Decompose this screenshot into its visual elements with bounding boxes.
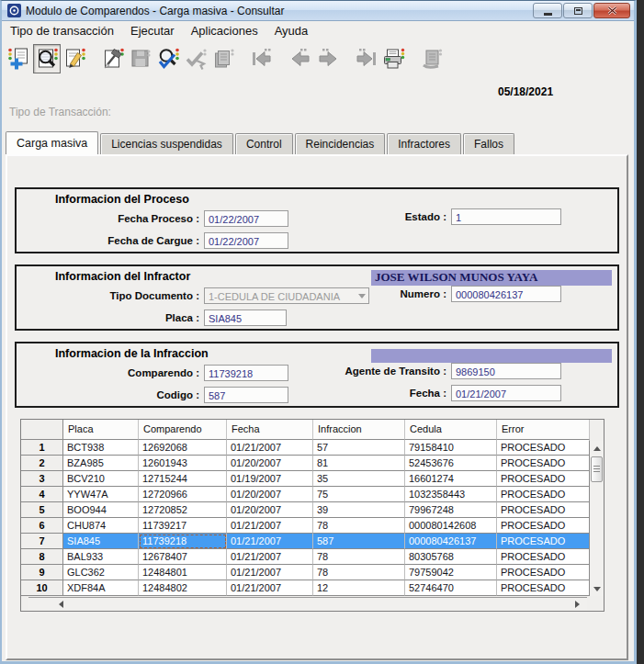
update-record-button[interactable] [61, 44, 88, 73]
cell-error[interactable]: PROCESADO [497, 549, 590, 565]
cell-cedula[interactable]: 000080142608 [405, 518, 497, 534]
numero-field[interactable]: 000080426137 [451, 286, 561, 302]
fecha-cargue-field[interactable]: 01/22/2007 [204, 232, 288, 249]
scroll-right-button[interactable] [571, 599, 583, 610]
row-number: 1 [21, 440, 63, 456]
cell-cedula[interactable]: 79158410 [405, 440, 497, 456]
cell-error[interactable]: PROCESADO [497, 518, 590, 534]
vertical-scroll-thumb[interactable] [591, 456, 603, 482]
cell-fecha[interactable]: 01/21/2007 [227, 580, 313, 596]
print-button[interactable] [380, 44, 408, 73]
agente-transito-field[interactable]: 9869150 [451, 363, 561, 379]
cell-fecha[interactable]: 01/19/2007 [227, 471, 313, 487]
cell-fecha[interactable]: 01/21/2007 [227, 565, 313, 580]
cell-infraccion[interactable]: 75 [313, 487, 405, 502]
cell-fecha[interactable]: 01/20/2007 [227, 502, 313, 518]
cell-fecha[interactable]: 01/21/2007 [227, 534, 313, 549]
cell-error[interactable]: PROCESADO [497, 580, 590, 596]
cell-placa[interactable]: YYW47A [63, 487, 139, 502]
cell-placa[interactable]: BCT938 [63, 440, 139, 456]
cell-infraccion[interactable]: 35 [313, 471, 405, 487]
tab-control[interactable]: Control [235, 133, 293, 154]
scroll-left-button[interactable] [54, 599, 67, 610]
cell-error[interactable]: PROCESADO [497, 487, 590, 502]
tab-licencias-suspendidas[interactable]: Licencias suspendidas [100, 133, 233, 154]
comparendo-field[interactable]: 11739218 [204, 365, 288, 381]
previous-record-button [287, 44, 314, 73]
title-bar[interactable]: Modulo de Comparendos - Carga masiva - C… [2, 1, 634, 21]
cell-cedula[interactable]: 79759042 [405, 565, 497, 580]
cell-comparendo[interactable]: 12484802 [139, 580, 227, 596]
insert-record-button[interactable] [6, 44, 33, 73]
cell-comparendo[interactable]: 12601943 [139, 456, 227, 471]
cell-cedula[interactable]: 1032358443 [405, 487, 497, 502]
menu-ejecutar[interactable]: Ejecutar [130, 24, 175, 38]
cell-infraccion[interactable]: 78 [313, 549, 405, 565]
cell-infraccion[interactable]: 78 [313, 565, 405, 580]
tab-infractores[interactable]: Infractores [387, 133, 461, 154]
tab-fallos[interactable]: Fallos [463, 133, 514, 154]
cell-comparendo[interactable]: 12484801 [139, 565, 227, 580]
close-button[interactable] [593, 3, 630, 18]
cell-cedula[interactable]: 000080426137 [405, 534, 497, 549]
fecha-proceso-field[interactable]: 01/22/2007 [204, 210, 288, 227]
cell-error[interactable]: PROCESADO [497, 471, 590, 487]
cell-fecha[interactable]: 01/21/2007 [227, 518, 313, 534]
cell-placa[interactable]: BOO944 [63, 502, 139, 518]
cell-cedula[interactable]: 52746470 [405, 580, 497, 596]
enter-query-button[interactable] [33, 44, 61, 73]
cell-comparendo[interactable]: 12720966 [139, 487, 227, 502]
cell-infraccion[interactable]: 39 [313, 502, 405, 518]
cell-fecha[interactable]: 01/21/2007 [227, 440, 313, 456]
horizontal-scrollbar[interactable] [28, 597, 587, 610]
cell-cedula[interactable]: 16601274 [405, 471, 497, 487]
cell-placa[interactable]: SIA845 [63, 534, 139, 549]
menu-ayuda[interactable]: Ayuda [275, 24, 309, 38]
cell-infraccion[interactable]: 81 [313, 456, 405, 471]
cell-comparendo[interactable]: 12678407 [139, 549, 227, 565]
cell-placa[interactable]: CHU874 [63, 518, 139, 534]
cell-error[interactable]: PROCESADO [497, 565, 590, 580]
cell-placa[interactable]: BZA985 [63, 456, 139, 471]
codigo-field[interactable]: 587 [204, 387, 288, 403]
cell-placa[interactable]: GLC362 [63, 565, 139, 580]
menu-tipo-de-transaccion[interactable]: Tipo de transacción [10, 24, 114, 38]
row-number: 4 [21, 487, 63, 502]
minimize-button[interactable] [533, 3, 562, 18]
cell-fecha[interactable]: 01/20/2007 [227, 456, 313, 471]
cell-placa[interactable]: BCV210 [63, 471, 139, 487]
vertical-scrollbar[interactable] [589, 441, 604, 596]
cell-error[interactable]: PROCESADO [497, 456, 590, 471]
cell-infraccion[interactable]: 78 [313, 518, 405, 534]
tab-carga-masiva[interactable]: Carga masiva [6, 131, 98, 154]
fecha-infraccion-field[interactable]: 01/21/2007 [451, 385, 561, 401]
scroll-down-button[interactable] [591, 582, 603, 595]
cell-infraccion[interactable]: 12 [313, 580, 405, 596]
cell-placa[interactable]: BAL933 [63, 549, 139, 565]
scroll-up-button[interactable] [591, 442, 603, 455]
menu-aplicaciones[interactable]: Aplicaciones [191, 24, 258, 38]
cell-cedula[interactable]: 80305768 [405, 549, 497, 565]
generate-button[interactable] [99, 44, 127, 73]
tab-reincidencias[interactable]: Reincidencias [295, 133, 386, 154]
cell-error[interactable]: PROCESADO [497, 502, 590, 518]
placa-field[interactable]: SIA845 [204, 309, 287, 326]
cell-placa[interactable]: XDF84A [63, 580, 139, 596]
cell-comparendo[interactable]: 12715244 [139, 471, 227, 487]
window-title: Modulo de Comparendos - Carga masiva - C… [26, 5, 533, 17]
cell-cedula[interactable]: 52453676 [405, 456, 497, 471]
maximize-button[interactable] [563, 3, 593, 18]
estado-field[interactable]: 1 [451, 208, 561, 225]
cell-error[interactable]: PROCESADO [497, 440, 590, 456]
cell-comparendo[interactable]: 11739218 [139, 534, 227, 549]
cell-fecha[interactable]: 01/21/2007 [227, 549, 313, 565]
cell-fecha[interactable]: 01/20/2007 [227, 487, 313, 502]
cell-comparendo[interactable]: 11739217 [139, 518, 227, 534]
cell-cedula[interactable]: 79967248 [405, 502, 497, 518]
cell-comparendo[interactable]: 12720852 [139, 502, 227, 518]
cell-error[interactable]: PROCESADO [497, 534, 590, 549]
execute-query-button[interactable] [154, 44, 182, 73]
cell-infraccion[interactable]: 57 [313, 440, 405, 456]
cell-infraccion[interactable]: 587 [313, 534, 405, 549]
cell-comparendo[interactable]: 12692068 [139, 440, 227, 456]
